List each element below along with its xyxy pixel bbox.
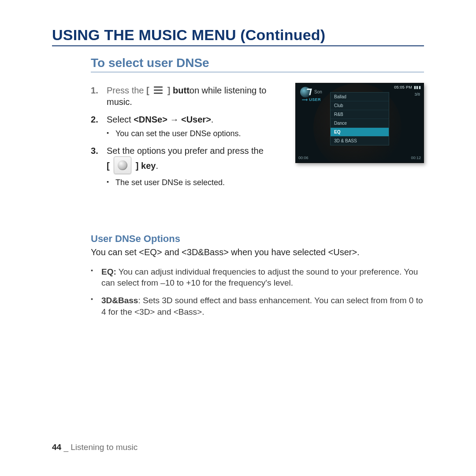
device-menu-item: Dance <box>331 119 389 128</box>
device-menu-item: Club <box>331 101 389 110</box>
options-list: EQ: You can adjust individual frequencie… <box>91 266 424 318</box>
device-timeline: 00:06 00:12 <box>298 156 421 160</box>
option-eq-label: EQ: <box>101 267 116 276</box>
section-rule <box>91 72 424 72</box>
option-3dbass-text: : Sets 3D sound effect and bass enhancem… <box>101 296 423 316</box>
device-menu-item: EQ <box>331 128 389 137</box>
step-3-key-close: ] key <box>136 161 156 171</box>
time-elapsed: 00:06 <box>298 156 309 160</box>
device-pager: 3/8 <box>414 92 420 97</box>
device-menu: BalladClubR&BDanceEQ3D & BASS <box>330 92 389 145</box>
page-content: To select user DNSe Press the [ ] button… <box>91 56 424 317</box>
step-3-sub: The set user DNSe is selected. <box>107 178 283 188</box>
step-3-tail: . <box>156 161 158 171</box>
device-menu-item: R&B <box>331 110 389 119</box>
steps-row: Press the [ ] button while listening to … <box>91 80 424 194</box>
device-menu-item: 3D & BASS <box>331 137 389 145</box>
device-screenshot: 05:05 PM ▮▮▮ Son ⟶ USER 3/8 BalladClubR&… <box>295 83 424 163</box>
device-user-label: ⟶ USER <box>302 97 321 102</box>
option-eq: EQ: You can adjust individual frequencie… <box>91 266 424 289</box>
step-1-butt: butt <box>173 86 190 95</box>
time-total: 00:12 <box>411 156 421 160</box>
title-rule <box>52 45 424 46</box>
step-1: Press the [ ] button while listening to … <box>91 85 283 108</box>
option-eq-text: You can adjust individual frequencies to… <box>101 267 418 288</box>
page-footer: 44 _ Listening to music <box>52 443 138 452</box>
ok-key-icon <box>114 156 131 174</box>
step-2-bold: <DNSe> → <User> <box>134 115 211 124</box>
option-3dbass-label: 3D&Bass <box>101 296 138 305</box>
device-menu-item: Ballad <box>331 93 389 101</box>
step-2-sublist: You can set the user DNSe options. <box>107 129 283 139</box>
options-heading: User DNSe Options <box>91 233 424 245</box>
device-time: 05:05 PM <box>394 85 412 89</box>
step-1-bracket-close: ] <box>165 86 173 95</box>
options-intro: You can set <EQ> and <3D&Bass> when you … <box>91 247 424 257</box>
step-3: Set the options you prefer and press the… <box>91 145 283 188</box>
step-3-sublist: The set user DNSe is selected. <box>107 178 283 188</box>
page-title: USING THE MUSIC MENU (Continued) <box>52 26 424 44</box>
step-2-sub: You can set the user DNSe options. <box>107 129 283 139</box>
page-section: Listening to music <box>71 443 138 452</box>
step-3-lead: Set the options you prefer and press the <box>107 146 264 156</box>
steps-list: Press the [ ] button while listening to … <box>91 85 283 188</box>
section-heading: To select user DNSe <box>91 56 424 70</box>
manual-page: USING THE MUSIC MENU (Continued) To sele… <box>0 0 476 476</box>
step-2-tail: . <box>211 115 214 124</box>
step-1-bracket-open: [ <box>146 86 152 95</box>
page-number: 44 <box>52 443 61 452</box>
steps-column: Press the [ ] button while listening to … <box>91 80 283 194</box>
menu-icon <box>152 85 164 95</box>
step-2-lead: Select <box>107 115 134 124</box>
step-3-key-open: [ <box>107 161 110 171</box>
step-2: Select <DNSe> → <User>. You can set the … <box>91 114 283 139</box>
step-1-pre: Press the <box>107 86 146 95</box>
device-sidelabel: Son <box>314 89 322 94</box>
battery-icon: ▮▮▮ <box>414 85 421 89</box>
device-statusbar: 05:05 PM ▮▮▮ <box>298 85 421 89</box>
page-sep: _ <box>61 443 71 452</box>
option-3dbass: 3D&Bass: Sets 3D sound effect and bass e… <box>91 295 424 317</box>
music-note-icon <box>300 87 311 97</box>
